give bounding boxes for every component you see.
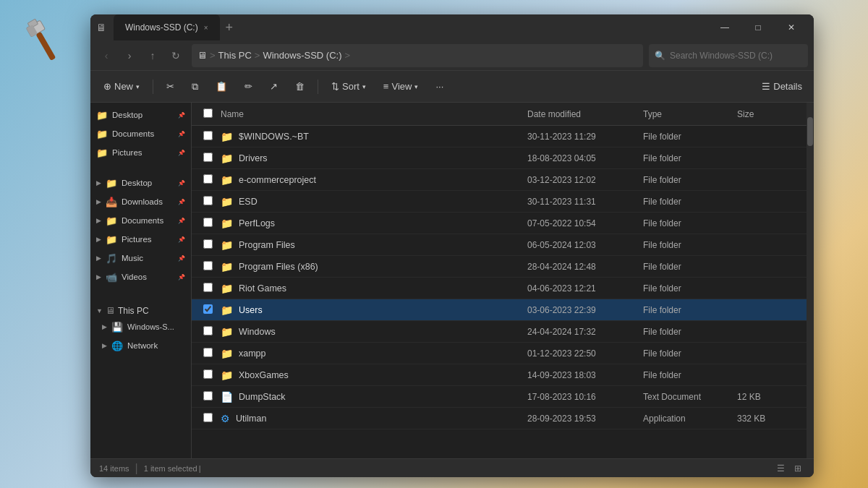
file-date: 24-04-2024 17:32 (527, 327, 643, 337)
minimize-button[interactable]: — (708, 14, 741, 40)
list-view-button[interactable]: ☰ (773, 461, 788, 476)
row-checkbox[interactable] (203, 369, 221, 382)
row-checkbox[interactable] (203, 239, 221, 252)
table-row[interactable]: 📁 xampp 01-12-2023 22:50 File folder (192, 343, 807, 364)
file-type: File folder (643, 218, 737, 228)
paste-button[interactable]: 📋 (208, 75, 234, 98)
sort-button[interactable]: ⇅ Sort ▾ (324, 75, 373, 98)
breadcrumb[interactable]: 🖥 > This PC > Windows-SSD (C:) > (192, 44, 643, 67)
table-row[interactable]: 📄 DumpStack 17-08-2023 10:16 Text Docume… (192, 386, 807, 408)
table-row[interactable]: 📁 Drivers 18-08-2023 04:05 File folder (192, 147, 807, 169)
file-icon: 📁 (221, 131, 233, 142)
header-checkbox[interactable] (203, 108, 221, 121)
row-checkbox[interactable] (203, 130, 221, 143)
sidebar-item-pictures[interactable]: ▶ 📁 Pictures 📌 (90, 230, 191, 249)
cut-button[interactable]: ✂ (159, 75, 182, 98)
breadcrumb-drive[interactable]: Windows-SSD (C:) (263, 50, 341, 61)
music-icon: 🎵 (106, 253, 117, 264)
row-checkbox[interactable] (203, 390, 221, 403)
sidebar-item-desktop-pinned[interactable]: 📁 Desktop 📌 (90, 106, 191, 124)
file-type: File folder (643, 348, 737, 359)
sidebar-item-windows-ssd[interactable]: ▶ 💾 Windows-S... (90, 317, 191, 336)
table-row[interactable]: ⚙ Utilman 28-09-2023 19:53 Application 3… (192, 408, 807, 429)
sidebar-item-documents-pinned[interactable]: 📁 Documents 📌 (90, 124, 191, 143)
sidebar-item-downloads[interactable]: ▶ 📥 Downloads 📌 (90, 192, 191, 211)
table-row[interactable]: 📁 Program Files (x86) 28-04-2024 12:48 F… (192, 256, 807, 278)
maximize-button[interactable]: □ (741, 14, 775, 40)
breadcrumb-this-pc[interactable]: This PC (218, 50, 252, 61)
sidebar-arrow: ▶ (96, 273, 101, 281)
table-row[interactable]: 📁 e-commerceproject 03-12-2023 12:02 Fil… (192, 169, 807, 191)
delete-button[interactable]: 🗑 (288, 75, 312, 98)
row-checkbox[interactable] (203, 304, 221, 317)
file-date: 30-11-2023 11:31 (527, 197, 643, 207)
row-checkbox[interactable] (203, 152, 221, 165)
cut-icon: ✂ (166, 81, 174, 92)
table-row[interactable]: 📁 ESD 30-11-2023 11:31 File folder (192, 191, 807, 213)
file-date: 28-09-2023 19:53 (527, 414, 643, 424)
table-row[interactable]: 📁 Users 03-06-2023 22:39 File folder (192, 299, 807, 321)
paste-icon: 📋 (216, 81, 227, 92)
sidebar-label: Pictures (122, 235, 152, 244)
close-button[interactable]: ✕ (775, 14, 808, 40)
select-all-checkbox[interactable] (203, 108, 213, 118)
pin-icon: 📌 (178, 150, 185, 156)
back-button[interactable]: ‹ (96, 46, 116, 66)
up-button[interactable]: ↑ (142, 46, 163, 66)
sidebar-item-desktop[interactable]: ▶ 📁 Desktop 📌 (90, 174, 191, 192)
header-size[interactable]: Size (737, 109, 795, 119)
table-row[interactable]: 📁 XboxGames 14-09-2023 18:03 File folder (192, 364, 807, 386)
table-row[interactable]: 📁 Riot Games 04-06-2023 12:21 File folde… (192, 278, 807, 299)
file-icon: 📁 (221, 348, 233, 359)
this-pc-header[interactable]: ▼ 🖥 This PC (90, 301, 191, 317)
refresh-button[interactable]: ↻ (166, 46, 186, 66)
table-row[interactable]: 📁 Program Files 06-05-2024 12:03 File fo… (192, 234, 807, 256)
svg-rect-2 (35, 32, 56, 61)
sidebar-label: Pictures (112, 148, 142, 157)
search-input[interactable] (670, 51, 802, 61)
header-date[interactable]: Date modified (527, 109, 643, 119)
row-checkbox[interactable] (203, 282, 221, 295)
new-button[interactable]: ⊕ New ▾ (96, 75, 147, 98)
active-tab[interactable]: Windows-SSD (C:) × (114, 14, 220, 40)
sidebar-item-videos[interactable]: ▶ 📹 Videos 📌 (90, 267, 191, 286)
scrollbar-thumb[interactable] (807, 117, 813, 146)
grid-view-button[interactable]: ⊞ (791, 461, 805, 476)
scrollbar[interactable] (807, 103, 814, 458)
rename-button[interactable]: ✏ (237, 75, 260, 98)
table-row[interactable]: 📁 Windows 24-04-2024 17:32 File folder (192, 321, 807, 343)
network-icon: 🌐 (111, 341, 123, 351)
row-checkbox[interactable] (203, 412, 221, 425)
row-checkbox[interactable] (203, 260, 221, 273)
search-box[interactable]: 🔍 (649, 44, 808, 67)
sidebar-item-documents[interactable]: ▶ 📁 Documents 📌 (90, 211, 191, 230)
row-checkbox[interactable] (203, 325, 221, 338)
sidebar-item-pictures-pinned[interactable]: 📁 Pictures 📌 (90, 143, 191, 162)
row-checkbox[interactable] (203, 195, 221, 208)
new-chevron: ▾ (136, 83, 140, 90)
file-type: File folder (643, 370, 737, 380)
header-type[interactable]: Type (643, 109, 737, 119)
file-date: 30-11-2023 11:29 (527, 132, 643, 142)
row-checkbox[interactable] (203, 217, 221, 230)
sidebar-item-music[interactable]: ▶ 🎵 Music 📌 (90, 249, 191, 267)
new-tab-button[interactable]: + (220, 14, 239, 40)
copy-button[interactable]: ⧉ (184, 75, 205, 98)
sidebar-arrow: ▶ (96, 198, 101, 205)
header-name[interactable]: Name (221, 109, 527, 119)
table-row[interactable]: 📁 PerfLogs 07-05-2022 10:54 File folder (192, 213, 807, 234)
more-button[interactable]: ··· (428, 75, 451, 98)
row-checkbox[interactable] (203, 174, 221, 187)
view-button[interactable]: ≡ View ▾ (376, 75, 426, 98)
new-label: New (114, 81, 133, 92)
share-button[interactable]: ↗ (263, 75, 285, 98)
sidebar-item-network[interactable]: ▶ 🌐 Network (90, 336, 191, 355)
file-type: File folder (643, 262, 737, 272)
details-button[interactable]: ☰ Details (756, 78, 808, 95)
delete-icon: 🗑 (295, 81, 305, 92)
tab-close-button[interactable]: × (204, 24, 208, 32)
forward-button[interactable]: › (119, 46, 140, 66)
table-row[interactable]: 📁 $WINDOWS.~BT 30-11-2023 11:29 File fol… (192, 126, 807, 147)
folder-icon: 📁 (106, 178, 117, 189)
row-checkbox[interactable] (203, 347, 221, 360)
